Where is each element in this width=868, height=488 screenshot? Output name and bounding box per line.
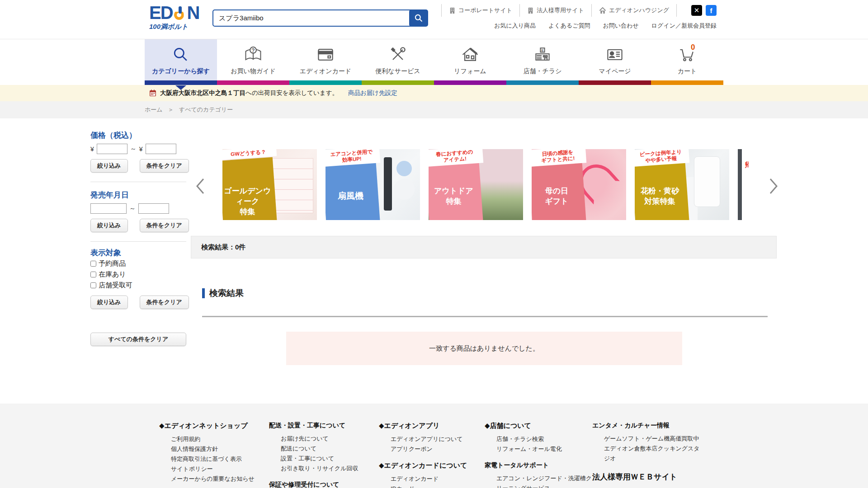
banner-title: ゴールデンウィーク 特集: [222, 186, 273, 217]
footer-link[interactable]: ご利用規約: [159, 434, 255, 444]
footer-heading[interactable]: 家電トータルサポート: [485, 461, 592, 469]
faq-link[interactable]: よくあるご質問: [548, 22, 590, 30]
footer-heading[interactable]: エンタメ・カルチャー情報: [592, 422, 705, 430]
footer-link[interactable]: エディオンアプリについて: [379, 434, 467, 444]
footer-link[interactable]: 個人情報保護方針: [159, 444, 255, 454]
breadcrumb-current: すべてのカテゴリー: [179, 106, 233, 113]
carousel-next-arrow[interactable]: [768, 177, 779, 195]
footer-link[interactable]: エアコン・レンジフード・洗濯槽クリーニングサービス: [485, 474, 592, 488]
contact-link[interactable]: お問い合わせ: [603, 22, 639, 30]
favorites-link[interactable]: お気に入り商品: [494, 22, 536, 30]
delivery-settings-link[interactable]: 商品お届け先設定: [348, 89, 397, 97]
footer-link[interactable]: メーカーからの重要なお知らせ: [159, 474, 255, 484]
results-section-heading: 検索結果: [202, 287, 244, 299]
nav-item-edion-card[interactable]: エディオンカード: [289, 39, 362, 80]
delivery-notice-bar: 大阪府大阪市北区中之島１丁目への出荷目安を表示しています。 商品お届け先設定: [0, 85, 868, 101]
target-clear-button[interactable]: 条件をクリア: [140, 296, 189, 309]
power-icon: [173, 6, 187, 22]
social-icons: ✕ f: [691, 5, 717, 16]
banner-fans[interactable]: エアコンと併用で 効率UP! 扇風機: [326, 149, 420, 220]
tools-icon: [362, 45, 434, 65]
logo-text-ed: ED: [149, 4, 173, 22]
footer-link[interactable]: IDカード: [379, 484, 467, 488]
x-icon[interactable]: ✕: [691, 5, 702, 16]
price-clear-button[interactable]: 条件をクリア: [140, 159, 189, 173]
housing-link[interactable]: エディオンハウジング: [599, 6, 669, 14]
price-filter-button[interactable]: 絞り込み: [90, 159, 128, 173]
checkbox-row-in-stock[interactable]: 在庫あり: [90, 270, 126, 279]
banner-pollen[interactable]: ピークは例年より やや多い予報 花粉・黄砂 対策特集: [635, 149, 729, 220]
checkbox-row-reservation[interactable]: 予約商品: [90, 259, 126, 268]
logo-text-n: N: [187, 4, 199, 22]
footer-link[interactable]: エディオン倉敷本店クッキングスタジオ: [592, 444, 705, 464]
search-button[interactable]: [409, 9, 428, 27]
carousel-prev-arrow[interactable]: [194, 177, 206, 195]
footer-col-stores: ◆店舗について 店舗・チラシ検索 リフォーム・オール電化 家電トータルサポート …: [485, 422, 592, 488]
release-to-input[interactable]: [138, 203, 169, 214]
footer-heading[interactable]: 保証や修理受付について: [269, 481, 358, 488]
store-pickup-checkbox[interactable]: [90, 282, 96, 288]
footer-link[interactable]: お届け先について: [269, 434, 358, 444]
price-min-input[interactable]: [97, 144, 127, 154]
in-stock-checkbox[interactable]: [90, 272, 96, 277]
nav-item-reform[interactable]: リフォーム: [434, 39, 506, 80]
footer-heading[interactable]: ◆エディオンアプリ: [379, 422, 467, 430]
checkbox-row-store-pickup[interactable]: 店舗受取可: [90, 281, 132, 290]
business-web-site-link[interactable]: 法人様専用ＷＥＢサイト: [592, 472, 705, 482]
target-filter-button[interactable]: 絞り込み: [90, 296, 128, 309]
release-filter-button[interactable]: 絞り込み: [90, 219, 128, 232]
footer-heading[interactable]: ◆エディオンカードについて: [379, 461, 467, 470]
footer-heading[interactable]: ◆エディオンネットショップ: [159, 422, 255, 430]
price-range-row: ¥ ～ ¥: [90, 144, 176, 154]
search-input[interactable]: [212, 9, 423, 27]
footer-link[interactable]: 配送について: [269, 444, 358, 454]
divider: [441, 4, 442, 17]
nav-item-cart[interactable]: 0 カート: [651, 39, 723, 80]
header: ED N 100満ボルト コーポレートサイト 法人様専用サ: [0, 0, 868, 39]
breadcrumb-home[interactable]: ホーム: [145, 106, 163, 113]
release-from-input[interactable]: [90, 203, 127, 214]
credit-card-icon: [289, 45, 362, 65]
footer-link[interactable]: ゲームソフト・ゲーム機高価買取中: [592, 434, 705, 444]
active-tab-pointer: [175, 85, 186, 90]
divider: [591, 4, 592, 17]
footer-link[interactable]: リフォーム・オール電化: [485, 444, 592, 454]
login-register-link[interactable]: ログイン／新規会員登録: [651, 22, 717, 30]
main-nav: カテゴリーから探す ? お買い物ガイド エディオンカード: [0, 39, 868, 85]
footer-link[interactable]: 設置・工事について: [269, 454, 358, 464]
edion-logo[interactable]: ED N 100満ボルト: [149, 4, 203, 31]
banner-partial[interactable]: 帰: [738, 149, 749, 220]
nav-item-stores[interactable]: E 店舗・チラシ: [506, 39, 579, 80]
reservation-checkbox[interactable]: [90, 261, 96, 267]
banner-title: 扇風機: [326, 190, 376, 202]
banner-outdoor[interactable]: 春におすすめの アイテム! アウトドア 特集: [429, 149, 523, 220]
business-site-link[interactable]: 法人様専用サイト: [527, 6, 584, 14]
nav-item-shopping-guide[interactable]: ? お買い物ガイド: [217, 39, 289, 80]
footer-link[interactable]: お引き取り・リサイクル回収: [269, 464, 358, 474]
footer-link[interactable]: 特定商取引法に基づく表示: [159, 454, 255, 464]
yen-symbol: ¥: [90, 145, 94, 153]
nav-item-my-page[interactable]: マイページ: [579, 39, 651, 80]
nav-item-category-search[interactable]: カテゴリーから探す: [145, 39, 217, 80]
corporate-site-link[interactable]: コーポレートサイト: [449, 6, 512, 14]
footer-heading[interactable]: 配送・設置・工事について: [269, 422, 358, 430]
header-secondary-links: お気に入り商品 よくあるご質問 お問い合わせ ログイン／新規会員登録: [494, 22, 717, 30]
clear-all-filters-button[interactable]: すべての条件をクリア: [90, 333, 186, 346]
facebook-icon[interactable]: f: [706, 5, 717, 16]
footer-link[interactable]: アプリクーポン: [379, 444, 467, 454]
banner-golden-week[interactable]: GWどうする？ ゴールデンウィーク 特集: [222, 149, 317, 220]
footer-link[interactable]: 店舗・チラシ検索: [485, 434, 592, 444]
release-clear-button[interactable]: 条件をクリア: [140, 219, 189, 232]
footer-col-app-card: ◆エディオンアプリ エディオンアプリについて アプリクーポン ◆エディオンカード…: [379, 422, 467, 488]
search-bar: [212, 9, 423, 27]
banner-mothers-day[interactable]: 日頃の感謝を ギフトと共に! 母の日 ギフト: [532, 149, 626, 220]
footer-heading[interactable]: ◆店舗について: [485, 422, 592, 430]
house-icon: [434, 45, 506, 65]
footer-link[interactable]: サイトポリシー: [159, 464, 255, 474]
svg-text:?: ?: [251, 47, 255, 54]
price-max-input[interactable]: [146, 144, 176, 154]
nav-item-services[interactable]: 便利なサービス: [362, 39, 434, 80]
svg-text:E: E: [542, 48, 544, 52]
footer-col-netshop: ◆エディオンネットショップ ご利用規約 個人情報保護方針 特定商取引法に基づく表…: [159, 422, 255, 484]
footer-link[interactable]: エディオンカード: [379, 474, 467, 484]
